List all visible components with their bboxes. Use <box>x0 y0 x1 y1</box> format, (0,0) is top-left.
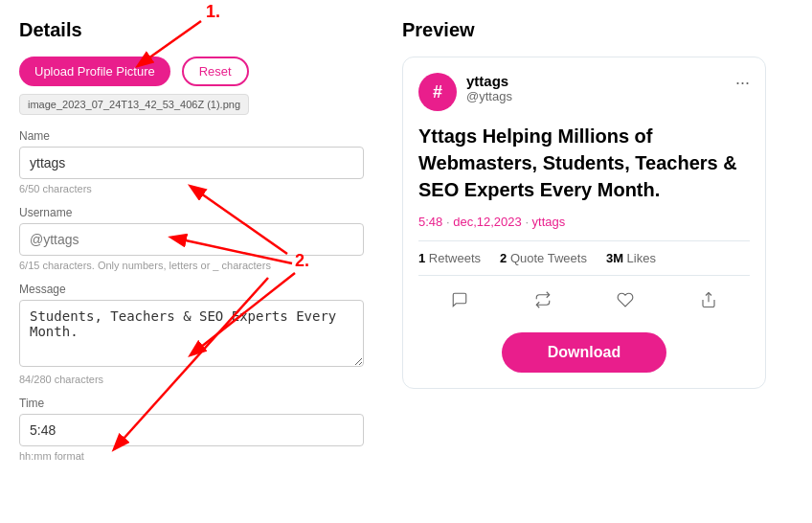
retweets-count: 1 <box>418 251 425 265</box>
name-input[interactable] <box>19 147 364 179</box>
page-wrapper: Details Upload Profile Picture Reset ima… <box>0 0 812 523</box>
message-hint: 84/280 characters <box>19 374 364 385</box>
main-container: Details Upload Profile Picture Reset ima… <box>0 0 812 523</box>
tweet-stats: 1 Retweets 2 Quote Tweets 3M Likes <box>418 240 750 276</box>
username-field-group: Username 6/15 characters. Only numbers, … <box>19 206 364 271</box>
message-label: Message <box>19 283 364 296</box>
time-input[interactable] <box>19 414 364 446</box>
tweet-meta: 5:48 · dec,12,2023 · yttags <box>418 215 750 229</box>
avatar-icon: # <box>433 82 442 102</box>
upload-profile-picture-button[interactable]: Upload Profile Picture <box>19 57 170 86</box>
reset-button[interactable]: Reset <box>182 57 249 86</box>
tweet-menu-icon[interactable]: ··· <box>735 73 750 93</box>
tweet-time: 5:48 <box>418 215 442 229</box>
retweets-stat: 1 Retweets <box>418 251 481 265</box>
tweet-user-info: yttags @yttags <box>466 73 735 103</box>
username-hint: 6/15 characters. Only numbers, letters o… <box>19 260 364 271</box>
details-title: Details <box>19 19 364 41</box>
download-button[interactable]: Download <box>502 332 666 373</box>
preview-title: Preview <box>402 19 793 41</box>
likes-label: Likes <box>627 251 656 265</box>
time-label: Time <box>19 397 364 410</box>
username-input[interactable] <box>19 223 364 256</box>
details-panel: Details Upload Profile Picture Reset ima… <box>19 19 364 504</box>
retweet-button[interactable] <box>527 287 559 317</box>
tweet-body: Yttags Helping Millions of Webmasters, S… <box>418 123 750 203</box>
tweet-handle: @yttags <box>466 89 735 103</box>
share-button[interactable] <box>692 287 725 317</box>
quote-stat: 2 Quote Tweets <box>500 251 587 265</box>
retweets-label: Retweets <box>429 251 481 265</box>
tweet-header: # yttags @yttags ··· <box>418 73 750 111</box>
tweet-card: # yttags @yttags ··· Yttags Helping Mill… <box>402 57 766 389</box>
tweet-actions <box>418 287 750 317</box>
name-label: Name <box>19 129 364 143</box>
reply-button[interactable] <box>443 287 476 317</box>
avatar: # <box>418 73 457 111</box>
filename-badge: image_2023_07_24T13_42_53_406Z (1).png <box>19 94 249 115</box>
time-hint: hh:mm format <box>19 450 364 462</box>
likes-count: 3M <box>606 251 623 265</box>
name-hint: 6/50 characters <box>19 183 364 194</box>
time-field-group: Time hh:mm format <box>19 397 364 462</box>
name-field-group: Name 6/50 characters <box>19 129 364 194</box>
tweet-source: yttags <box>532 215 566 229</box>
tweet-date: dec,12,2023 <box>453 215 522 229</box>
tweet-name: yttags <box>466 73 735 89</box>
likes-stat: 3M Likes <box>606 251 656 265</box>
quote-count: 2 <box>500 251 507 265</box>
username-label: Username <box>19 206 364 219</box>
preview-panel: Preview # yttags @yttags ··· Yttags Help… <box>402 19 793 504</box>
message-field-group: Message Students, Teachers & SEO Experts… <box>19 283 364 385</box>
tweet-source-separator: · <box>525 215 531 229</box>
upload-row: Upload Profile Picture Reset <box>19 57 364 86</box>
like-button[interactable] <box>609 287 642 317</box>
message-textarea[interactable]: Students, Teachers & SEO Experts Every M… <box>19 300 364 367</box>
quote-label: Quote Tweets <box>510 251 587 265</box>
